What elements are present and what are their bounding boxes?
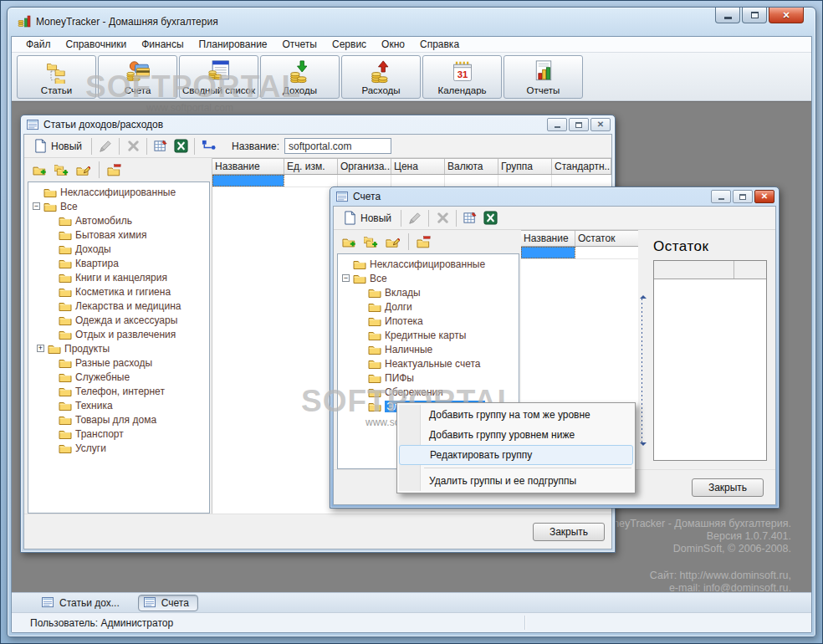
tree-item[interactable]: Одежда и аксессуары [28,313,209,327]
add-group-button[interactable] [29,160,49,180]
toolbar-summary-button[interactable]: Сводный список [179,55,258,99]
tree-item[interactable]: Сбережения [338,385,519,399]
toolbar-income-button[interactable]: Доходы [260,55,340,99]
edit-button-disabled[interactable] [95,136,115,156]
table-settings-button[interactable] [460,208,480,228]
column-header[interactable]: Название [212,159,284,174]
tree-item[interactable]: Товары для дома [28,412,209,427]
delete-button-disabled[interactable] [123,136,143,156]
tree-expander-plus[interactable]: + [37,345,44,352]
menu-directories[interactable]: Справочники [59,37,135,53]
minimize-button[interactable] [711,190,731,203]
maximize-button[interactable] [733,190,753,203]
name-input[interactable] [284,138,391,154]
tree-item[interactable]: −Все [28,199,209,213]
maximize-button[interactable] [569,118,589,131]
tree-item[interactable]: Квартира [28,256,209,270]
minimize-button[interactable] [547,118,567,131]
menu-window[interactable]: Окно [374,37,412,53]
menu-planning[interactable]: Планирование [192,37,275,53]
tree-item[interactable]: Разные расходы [28,355,209,370]
accounts-titlebar[interactable]: Счета ✕ [333,187,776,206]
tree-item[interactable]: Техника [28,398,209,412]
grid-cell[interactable] [498,175,552,187]
link-mode-button[interactable] [198,136,218,156]
tree-item[interactable]: Лекарства и медицина [28,299,209,313]
tree-expander-minus[interactable]: − [33,202,40,210]
edit-group-button[interactable] [73,160,93,180]
add-group-button[interactable] [339,232,359,252]
grid-cell[interactable] [552,175,611,187]
grid-cell[interactable] [284,175,338,187]
column-header[interactable]: Стандартн... [552,159,611,174]
selected-cell[interactable] [212,175,284,187]
column-header[interactable]: Организа... [338,159,391,174]
column-header[interactable]: Остаток [575,231,638,246]
tree-item[interactable]: Телефон, интернет [28,384,209,398]
toolbar-reports-button[interactable]: Отчеты [504,55,583,99]
menu-add-group-same-level[interactable]: Добавить группу на том же уровне [399,405,633,425]
tree-item[interactable]: Вклады [338,285,519,299]
tree-item[interactable]: Служебные [28,370,209,384]
toolbar-accounts-button[interactable]: Счета [98,55,177,99]
menu-finances[interactable]: Финансы [134,37,191,53]
toolbar-expense-button[interactable]: Расходы [341,55,421,99]
toolbar-articles-button[interactable]: Статьи [17,55,96,99]
grid-cell[interactable] [445,175,498,187]
tree-item[interactable]: Доходы [28,242,209,256]
column-header[interactable]: Группа [498,159,552,174]
grid-row[interactable] [212,175,611,187]
balance-table[interactable] [653,260,767,461]
maximize-button[interactable] [742,8,767,23]
tree-item[interactable]: Услуги [28,441,209,455]
tree-expander-minus[interactable]: − [342,274,350,282]
close-window-button[interactable]: Закрыть [533,523,605,541]
main-titlebar[interactable]: MoneyTracker - Домашняя бухгалтерия ✕ [8,8,815,36]
menu-add-group-below[interactable]: Добавить группу уровнем ниже [399,425,633,445]
tree-item[interactable]: Бытовая химия [28,227,209,242]
new-button[interactable]: Новый [28,136,88,156]
grid-cell[interactable] [338,175,391,187]
new-button[interactable]: Новый [337,208,397,228]
delete-group-button[interactable] [413,232,433,252]
tree-item[interactable]: ПИФы [338,371,519,385]
grid-cell[interactable] [391,175,445,187]
tree-item[interactable]: Ипотека [338,314,519,328]
menu-file[interactable]: Файл [18,37,59,53]
close-window-button[interactable]: Закрыть [692,478,764,497]
tree-item[interactable]: Неклассифицированные [338,257,519,271]
tree-item[interactable]: Долги [338,299,519,314]
table-settings-button[interactable] [151,136,171,156]
articles-titlebar[interactable]: Статьи доходов/расходов ✕ [23,115,612,134]
excel-export-button[interactable] [171,136,191,156]
toolbar-calendar-button[interactable]: 31 Календарь [422,55,502,99]
tree-item[interactable]: Неклассифицированные [28,185,209,199]
grid-row[interactable] [521,247,638,259]
tree-item[interactable]: Неактуальные счета [338,356,519,371]
excel-export-button[interactable] [480,208,500,228]
tree-item[interactable]: Отдых и развлечения [28,327,209,341]
panel-splitter[interactable] [638,230,647,469]
menu-delete-group[interactable]: Удалить группы и ее подгруппы [399,471,633,491]
add-subgroup-button[interactable] [51,160,71,180]
column-header[interactable]: Название [521,231,575,246]
menu-service[interactable]: Сервис [325,37,374,53]
task-button-accounts[interactable]: Счета [138,595,198,611]
delete-group-button[interactable] [104,160,124,180]
grid-cell[interactable] [575,247,638,258]
tree-item[interactable]: −Все [338,271,519,285]
edit-button-disabled[interactable] [405,208,425,228]
menu-reports[interactable]: Отчеты [275,37,325,53]
edit-group-button[interactable] [382,232,402,252]
tree-item[interactable]: Книги и канцелярия [28,270,209,284]
tree-item[interactable]: +Продукты [28,341,209,355]
tree-item[interactable]: Автомобиль [28,213,209,227]
task-button-articles[interactable]: Статьи дох... [37,595,128,611]
menu-help[interactable]: Справка [412,37,467,53]
column-header[interactable]: Ед. изм. [284,159,338,174]
selected-cell[interactable] [521,247,575,258]
close-button[interactable]: ✕ [754,190,774,203]
tree-item[interactable]: Кредитные карты [338,328,519,342]
column-header[interactable]: Цена [391,159,445,174]
tree-item[interactable]: Косметика и гигиена [28,284,209,299]
